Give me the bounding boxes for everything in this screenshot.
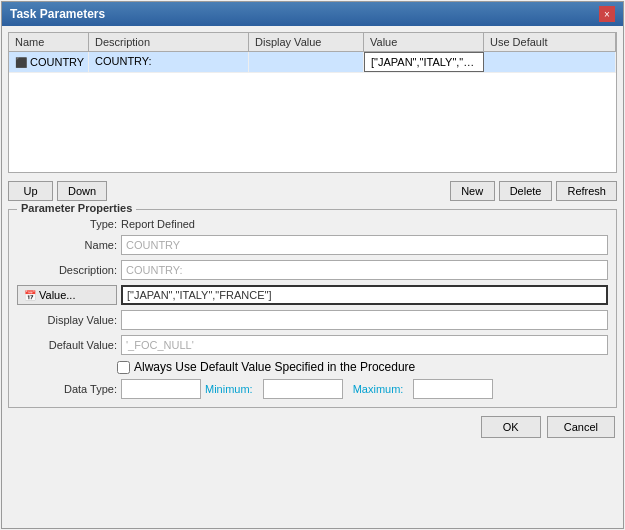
display-label: Display Value: (17, 314, 117, 326)
col-header-usedefault: Use Default (484, 33, 616, 51)
type-label: Type: (17, 218, 117, 230)
min-max-row: Minimum: Maximum: (205, 379, 608, 399)
up-button[interactable]: Up (8, 181, 53, 201)
value-row: 📅 Value... (17, 285, 608, 305)
max-input[interactable] (413, 379, 493, 399)
always-default-checkbox[interactable] (117, 361, 130, 374)
name-row: Name: (17, 235, 608, 255)
datatype-input[interactable] (121, 379, 201, 399)
name-input[interactable] (121, 235, 608, 255)
cell-desc: COUNTRY: (89, 52, 249, 72)
value-button-label: Value... (39, 289, 76, 301)
props-legend: Parameter Properties (17, 202, 136, 214)
cell-value: ["JAPAN","ITALY","FRAN (364, 52, 484, 72)
default-label: Default Value: (17, 339, 117, 351)
value-input[interactable] (121, 285, 608, 305)
datatype-label: Data Type: (17, 383, 117, 395)
min-label: Minimum: (205, 383, 253, 395)
value-button[interactable]: 📅 Value... (17, 285, 117, 305)
checkbox-label: Always Use Default Value Specified in th… (134, 360, 415, 374)
delete-button[interactable]: Delete (499, 181, 553, 201)
down-button[interactable]: Down (57, 181, 107, 201)
col-header-name: Name (9, 33, 89, 51)
col-header-desc: Description (89, 33, 249, 51)
name-label: Name: (17, 239, 117, 251)
cancel-button[interactable]: Cancel (547, 416, 615, 438)
refresh-button[interactable]: Refresh (556, 181, 617, 201)
type-row: Type: Report Defined (17, 218, 608, 230)
row-icon: ⬛ (15, 57, 27, 68)
default-row: Default Value: (17, 335, 608, 355)
default-input[interactable] (121, 335, 608, 355)
checkbox-row: Always Use Default Value Specified in th… (117, 360, 608, 374)
table-row[interactable]: ⬛ COUNTRY COUNTRY: ["JAPAN","ITALY","FRA… (9, 52, 616, 73)
datatype-row: Data Type: Minimum: Maximum: (17, 379, 608, 399)
display-input[interactable] (121, 310, 608, 330)
min-input[interactable] (263, 379, 343, 399)
col-header-value: Value (364, 33, 484, 51)
new-button[interactable]: New (450, 181, 495, 201)
table-buttons-row: Up Down New Delete Refresh (8, 177, 617, 205)
parameter-properties-section: Parameter Properties Type: Report Define… (8, 209, 617, 408)
title-bar: Task Parameters × (2, 2, 623, 26)
max-label: Maximum: (353, 383, 404, 395)
dialog-title: Task Parameters (10, 7, 105, 21)
desc-input[interactable] (121, 260, 608, 280)
ok-button[interactable]: OK (481, 416, 541, 438)
type-value: Report Defined (121, 218, 608, 230)
parameters-table: Name Description Display Value Value Use… (8, 32, 617, 173)
calendar-icon: 📅 (24, 290, 36, 301)
display-row: Display Value: (17, 310, 608, 330)
desc-row: Description: (17, 260, 608, 280)
footer: OK Cancel (8, 412, 617, 442)
close-button[interactable]: × (599, 6, 615, 22)
task-parameters-dialog: Task Parameters × Name Description Displ… (1, 1, 624, 529)
col-header-display: Display Value (249, 33, 364, 51)
desc-label: Description: (17, 264, 117, 276)
table-header: Name Description Display Value Value Use… (9, 33, 616, 52)
table-body[interactable]: ⬛ COUNTRY COUNTRY: ["JAPAN","ITALY","FRA… (9, 52, 616, 172)
cell-display (249, 52, 364, 72)
cell-name: ⬛ COUNTRY (9, 52, 89, 72)
cell-usedefault (484, 52, 616, 72)
